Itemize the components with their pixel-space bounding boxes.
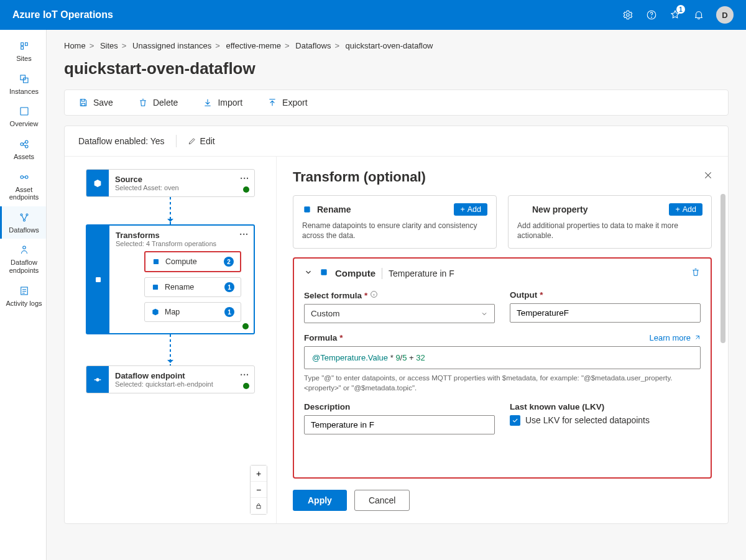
panel-title: Transform (optional) (293, 169, 712, 185)
svg-point-9 (21, 175, 24, 178)
help-icon[interactable] (645, 9, 658, 21)
svg-point-11 (21, 214, 22, 216)
close-button[interactable] (703, 170, 713, 182)
svg-point-0 (627, 14, 630, 17)
svg-point-14 (22, 246, 25, 249)
status-ok-icon (243, 383, 249, 389)
page-title: quickstart-oven-dataflow (64, 59, 729, 78)
nav-dataflows[interactable]: Dataflows (0, 206, 46, 239)
newprop-icon (517, 204, 527, 214)
instances-icon (18, 73, 30, 85)
rename-icon (302, 204, 312, 214)
svg-point-19 (96, 378, 99, 381)
status-ok-icon (243, 186, 249, 193)
avatar[interactable]: D (716, 6, 734, 24)
main: Home> Sites> Unassigned instances> effec… (47, 30, 746, 560)
svg-point-2 (652, 17, 652, 17)
svg-rect-18 (153, 285, 158, 290)
chevron-down-icon[interactable] (304, 268, 313, 278)
overview-icon (18, 105, 30, 117)
nav-activity-logs[interactable]: Activity logs (0, 280, 46, 313)
feedback-icon[interactable]: 1 (669, 9, 681, 21)
subnode-map[interactable]: Map1 (144, 302, 241, 322)
formula-input[interactable]: @Temperature.Value * 9/5 + 32 (304, 346, 701, 369)
cancel-button[interactable]: Cancel (354, 490, 410, 511)
add-newprop-button[interactable]: + Add (669, 203, 702, 216)
nav-instances[interactable]: Instances (0, 68, 46, 101)
bell-icon[interactable] (693, 9, 705, 21)
node-source[interactable]: Source Selected Asset: oven ··· (86, 169, 255, 197)
assets-icon (18, 138, 30, 150)
settings-icon[interactable] (622, 9, 634, 21)
description-input[interactable] (304, 415, 495, 434)
zoom-in-button[interactable]: + (251, 466, 267, 482)
compute-section: Compute Temperature in F Select formula … (293, 257, 712, 479)
canvas: Dataflow enabled: Yes Edit Source Select… (64, 126, 729, 524)
node-transforms[interactable]: Transforms Selected: 4 Transform operati… (86, 224, 255, 334)
edit-button[interactable]: Edit (188, 136, 215, 146)
toolbar: Save Delete Import Export (64, 90, 729, 116)
crumb-instance[interactable]: effective-meme (226, 41, 281, 50)
delete-button[interactable]: Delete (138, 98, 178, 108)
lkv-check-label: Use LKV for selected datapoints (525, 415, 650, 425)
learn-more-link[interactable]: Learn more (650, 333, 701, 342)
svg-rect-22 (321, 270, 326, 275)
subnode-compute[interactable]: Compute2 (144, 251, 241, 272)
more-icon[interactable]: ··· (240, 370, 249, 380)
dataflows-icon (18, 211, 30, 224)
svg-rect-20 (257, 506, 260, 509)
formula-select[interactable]: Custom (304, 304, 495, 323)
more-icon[interactable]: ··· (239, 229, 249, 239)
svg-point-7 (25, 140, 28, 144)
svg-rect-17 (154, 259, 159, 264)
newprop-card: New property + Add Add additional proper… (508, 195, 712, 249)
zoom-controls: + − (250, 465, 267, 515)
nav-dataflow-endpoints[interactable]: Dataflow endpoints (0, 239, 46, 279)
crumb-home[interactable]: Home (64, 41, 86, 50)
export-button[interactable]: Export (267, 98, 307, 108)
nav-overview[interactable]: Overview (0, 100, 46, 133)
save-button[interactable]: Save (78, 98, 113, 108)
lkv-checkbox[interactable] (510, 415, 520, 426)
svg-point-8 (25, 145, 28, 148)
subnode-rename[interactable]: Rename1 (144, 277, 241, 297)
svg-point-10 (25, 175, 28, 178)
crumb-sites[interactable]: Sites (100, 41, 118, 50)
compute-icon (319, 267, 329, 279)
sites-icon (18, 40, 30, 52)
app-title: Azure IoT Operations (12, 9, 113, 21)
info-icon[interactable] (370, 290, 378, 300)
canvas-head: Dataflow enabled: Yes Edit (65, 126, 728, 157)
nav-asset-endpoints[interactable]: Asset endpoints (0, 166, 46, 206)
svg-rect-4 (23, 78, 28, 83)
svg-rect-5 (21, 108, 28, 115)
zoom-out-button[interactable]: − (251, 482, 267, 498)
nav-sites[interactable]: Sites (0, 35, 46, 68)
notif-badge: 1 (676, 5, 685, 14)
node-endpoint[interactable]: Dataflow endpoint Selected: quickstart-e… (86, 365, 255, 393)
nav-assets[interactable]: Assets (0, 133, 46, 166)
import-button[interactable]: Import (203, 98, 242, 108)
pipeline: Source Selected Asset: oven ··· Transfor… (65, 157, 276, 523)
apply-button[interactable]: Apply (293, 490, 347, 511)
add-rename-button[interactable]: + Add (454, 203, 487, 216)
svg-rect-16 (96, 277, 101, 282)
status-ok-icon (242, 323, 249, 329)
dataflow-endpoints-icon (18, 244, 30, 256)
crumb-dataflows[interactable]: Dataflows (295, 41, 331, 50)
cube-icon (86, 170, 109, 196)
more-icon[interactable]: ··· (240, 173, 249, 183)
enabled-label: Dataflow enabled: (78, 136, 150, 146)
svg-point-13 (23, 219, 25, 221)
delete-compute-button[interactable] (691, 267, 701, 279)
endpoint-icon (86, 366, 109, 393)
svg-point-6 (21, 143, 24, 146)
asset-endpoints-icon (18, 171, 30, 183)
svg-rect-21 (304, 206, 310, 212)
output-input[interactable] (510, 303, 701, 323)
breadcrumb: Home> Sites> Unassigned instances> effec… (64, 41, 729, 50)
enabled-value: Yes (150, 136, 165, 146)
scrollbar[interactable] (721, 194, 725, 343)
crumb-unassigned[interactable]: Unassigned instances (132, 41, 211, 50)
zoom-lock-button[interactable] (251, 498, 267, 514)
